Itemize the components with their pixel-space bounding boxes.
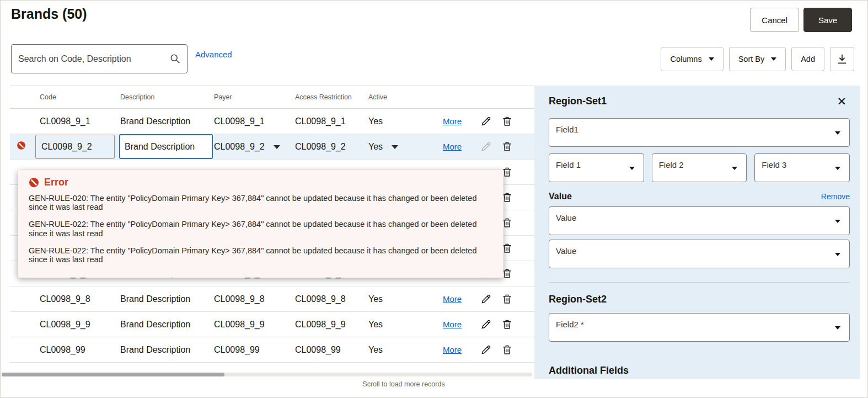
value-select-2[interactable]: Value: [549, 240, 850, 268]
table-row: CL0098_9_8 Brand Description CL0098_9_8 …: [10, 286, 534, 312]
row-description: Brand Description: [120, 294, 190, 304]
search-icon[interactable]: [163, 53, 187, 65]
additional-fields-heading: Additional Fields: [549, 365, 850, 376]
column-header-active: Active: [367, 93, 442, 101]
column-header-access-restriction: Access Restriction: [294, 93, 367, 101]
table-row: CL0098_9_1 Brand Description CL0098_9_1 …: [10, 109, 534, 134]
horizontal-scrollbar[interactable]: [2, 373, 532, 376]
more-link[interactable]: More: [443, 116, 462, 126]
chevron-down-icon: [629, 167, 635, 170]
description-input[interactable]: [119, 134, 213, 159]
delete-icon[interactable]: [500, 140, 514, 153]
field1-select[interactable]: Field1: [549, 118, 850, 147]
more-link[interactable]: More: [443, 320, 462, 329]
chevron-down-icon: [771, 57, 776, 61]
row-access-restriction: CL0098_9_8: [295, 294, 346, 304]
scroll-hint-text: Scroll to load more records: [1, 380, 807, 388]
add-button[interactable]: Add: [791, 47, 824, 71]
row-active: Yes: [368, 116, 383, 126]
remove-link[interactable]: Remove: [821, 192, 850, 201]
region-set2-title: Region-Set2: [549, 294, 850, 305]
chevron-down-icon: [835, 131, 840, 135]
cancel-button[interactable]: Cancel: [750, 8, 799, 32]
table-row: CL0098_99 Brand Description CL0098_99 CL…: [10, 337, 534, 363]
delete-icon[interactable]: [500, 114, 514, 128]
download-icon: [836, 53, 848, 65]
row-active: Yes: [368, 294, 383, 304]
row-description: Brand Description: [120, 320, 190, 329]
error-popup-title: Error: [44, 177, 68, 188]
chevron-down-icon: [835, 167, 840, 170]
chevron-down-icon: [835, 326, 840, 330]
more-link[interactable]: More: [443, 142, 462, 151]
error-message: GEN-RULE-022: The entity "PolicyDomain P…: [29, 220, 492, 237]
sort-by-dropdown[interactable]: Sort By: [729, 47, 786, 71]
edit-icon[interactable]: [479, 292, 493, 306]
row-error-icon: [17, 141, 26, 150]
row-description: Brand Description: [120, 345, 190, 354]
row-active: Yes: [368, 142, 383, 151]
row-access-restriction: CL0098_9_2: [295, 142, 346, 151]
save-button[interactable]: Save: [803, 8, 852, 32]
panel-divider: [549, 282, 850, 283]
advanced-search-link[interactable]: Advanced: [195, 50, 232, 59]
row-payer: CL0098_9_2: [214, 142, 265, 151]
row-code: CL0098_9_9: [40, 320, 90, 329]
table-toolbar: Columns Sort By Add: [661, 47, 854, 71]
search-box: [11, 44, 187, 73]
edit-icon[interactable]: [479, 317, 493, 331]
more-link[interactable]: More: [443, 294, 462, 304]
delete-icon[interactable]: [500, 292, 514, 306]
row-code: CL0098_99: [40, 345, 85, 354]
columns-dropdown[interactable]: Columns: [661, 47, 723, 71]
active-dropdown-icon[interactable]: [392, 145, 398, 149]
close-icon[interactable]: ✕: [833, 94, 850, 108]
row-active: Yes: [368, 320, 383, 329]
chevron-down-icon: [709, 57, 714, 61]
row-code: CL0098_9_8: [40, 294, 90, 304]
region-details-panel: Region-Set1 ✕ Field1 Field 1 Field 2 Fie…: [534, 86, 860, 379]
delete-icon[interactable]: [500, 317, 514, 331]
error-icon: [29, 177, 39, 188]
header-actions: Cancel Save: [750, 8, 852, 32]
chevron-down-icon: [835, 253, 840, 256]
row-payer: CL0098_9_1: [214, 116, 265, 126]
row-active: Yes: [368, 345, 383, 354]
table-header-row: Code Description Payer Access Restrictio…: [10, 86, 534, 109]
column-header-payer: Payer: [213, 93, 294, 101]
table-row: CL0098_9_2 Brand Description CL0098_9_2 …: [10, 134, 534, 160]
field-3-select[interactable]: Field 3: [754, 153, 850, 182]
column-header-code: Code: [39, 93, 119, 101]
chevron-down-icon: [835, 220, 840, 223]
search-input[interactable]: [12, 54, 163, 64]
field-1-select[interactable]: Field 1: [549, 153, 644, 182]
region-set1-title: Region-Set1: [549, 95, 607, 107]
error-message-list: GEN-RULE-020: The entity "PolicyDomain P…: [29, 194, 492, 264]
row-access-restriction: CL0098_9_1: [295, 116, 346, 126]
row-code: CL0098_9_2: [35, 135, 115, 159]
brands-page: Brands (50) Cancel Save Advanced Columns…: [0, 0, 868, 398]
row-code: CL0098_9_1: [40, 116, 90, 126]
row-description: Brand Description: [120, 116, 190, 126]
edit-icon[interactable]: [479, 140, 493, 153]
chevron-down-icon: [732, 167, 737, 170]
row-access-restriction: CL0098_9_9: [295, 320, 346, 329]
error-popup: Error GEN-RULE-020: The entity "PolicyDo…: [18, 170, 503, 278]
value-select-1[interactable]: Value: [549, 206, 850, 235]
row-access-restriction: CL0098_99: [295, 345, 341, 354]
row-payer: CL0098_9_8: [214, 294, 265, 304]
row-payer: CL0098_99: [214, 345, 260, 354]
page-title: Brands (50): [11, 6, 87, 22]
delete-icon[interactable]: [500, 343, 514, 357]
error-message: GEN-RULE-020: The entity "PolicyDomain P…: [29, 194, 492, 211]
value-heading: Value: [549, 192, 572, 201]
payer-dropdown-icon[interactable]: [274, 145, 280, 149]
edit-icon[interactable]: [479, 343, 493, 357]
column-header-description: Description: [119, 93, 213, 101]
field2-select[interactable]: Field2 *: [549, 313, 850, 342]
edit-icon[interactable]: [479, 114, 493, 128]
download-button[interactable]: [830, 47, 854, 71]
field-2-select[interactable]: Field 2: [652, 153, 747, 182]
more-link[interactable]: More: [443, 345, 462, 354]
scrollbar-thumb[interactable]: [2, 373, 224, 376]
